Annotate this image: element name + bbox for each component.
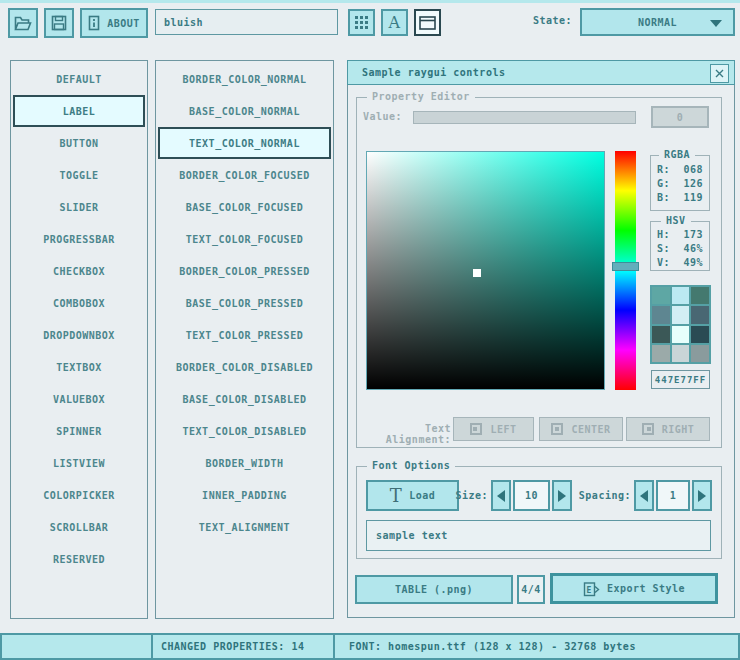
property-item-base-color-focused[interactable]: BASE_COLOR_FOCUSED <box>156 191 333 223</box>
value-button[interactable]: 0 <box>651 106 709 128</box>
color-picker-panel[interactable] <box>366 151 605 390</box>
chevron-right-icon <box>558 490 566 502</box>
sample-text-input[interactable]: sample text <box>366 520 711 551</box>
rgba-b-row: B:119 <box>651 190 709 204</box>
font-size-value: 10 <box>525 490 538 501</box>
align-left-label: LEFT <box>490 424 516 435</box>
controls-item-slider[interactable]: SLIDER <box>11 191 147 223</box>
export-style-label: Export Style <box>607 583 685 594</box>
font-load-button[interactable]: T Load <box>366 480 459 511</box>
font-load-label: Load <box>409 490 435 501</box>
rguistyler-window: { "toolbar": { "about_label": "ABOUT", "… <box>0 0 740 660</box>
swatch[interactable] <box>652 345 670 362</box>
controls-item-progressbar[interactable]: PROGRESSBAR <box>11 223 147 255</box>
align-center-icon <box>551 423 563 435</box>
controls-item-listview[interactable]: LISTVIEW <box>11 447 147 479</box>
save-style-button[interactable] <box>44 8 74 38</box>
controls-item-textbox[interactable]: TEXTBOX <box>11 351 147 383</box>
controls-item-spinner[interactable]: SPINNER <box>11 415 147 447</box>
state-dropdown-value: NORMAL <box>638 17 677 28</box>
open-style-button[interactable] <box>8 8 38 38</box>
font-atlas-button[interactable]: A <box>381 9 408 36</box>
export-style-button[interactable]: E Export Style <box>550 573 718 604</box>
controls-item-toggle[interactable]: TOGGLE <box>11 159 147 191</box>
swatch[interactable] <box>672 345 690 362</box>
controls-item-checkbox[interactable]: CHECKBOX <box>11 255 147 287</box>
property-item-text-color-pressed[interactable]: TEXT_COLOR_PRESSED <box>156 319 333 351</box>
swatch[interactable] <box>652 306 670 323</box>
align-right-button[interactable]: RIGHT <box>626 417 710 441</box>
swatch[interactable] <box>691 326 709 343</box>
about-button[interactable]: ABOUT <box>80 8 148 38</box>
rgba-g-row: G:126 <box>651 176 709 190</box>
properties-list: BORDER_COLOR_NORMAL BASE_COLOR_NORMAL TE… <box>155 60 334 619</box>
hex-value-box[interactable]: 447E77FF <box>651 370 710 389</box>
controls-item-default[interactable]: DEFAULT <box>11 63 147 95</box>
control-panel-mode-button[interactable] <box>414 9 441 36</box>
align-left-icon <box>470 423 482 435</box>
state-dropdown[interactable]: NORMAL <box>580 8 735 36</box>
swatch[interactable] <box>691 306 709 323</box>
color-picker-cursor[interactable] <box>473 269 481 277</box>
swatch[interactable] <box>672 287 690 304</box>
property-editor-group-label: Property Editor <box>367 91 475 102</box>
font-a-icon: A <box>388 13 400 32</box>
property-item-text-color-focused[interactable]: TEXT_COLOR_FOCUSED <box>156 223 333 255</box>
controls-item-label[interactable]: LABEL <box>13 95 145 127</box>
property-item-border-color-normal[interactable]: BORDER_COLOR_NORMAL <box>156 63 333 95</box>
swatch[interactable] <box>652 326 670 343</box>
hue-bar-handle[interactable] <box>612 262 639 271</box>
property-item-base-color-disabled[interactable]: BASE_COLOR_DISABLED <box>156 383 333 415</box>
align-left-button[interactable]: LEFT <box>453 417 534 441</box>
hex-value: 447E77FF <box>655 375 706 385</box>
controls-item-valuebox[interactable]: VALUEBOX <box>11 383 147 415</box>
swatch[interactable] <box>691 345 709 362</box>
controls-item-dropdownbox[interactable]: DROPDOWNBOX <box>11 319 147 351</box>
font-size-label: Size: <box>448 490 488 501</box>
folder-open-icon <box>14 16 32 31</box>
property-item-border-color-disabled[interactable]: BORDER_COLOR_DISABLED <box>156 351 333 383</box>
sample-panel-titlebar[interactable]: Sample raygui controls <box>347 60 735 85</box>
export-pages-box[interactable]: 4/4 <box>517 575 545 604</box>
controls-item-reserved[interactable]: RESERVED <box>11 543 147 575</box>
font-size-decrease-button[interactable] <box>491 480 511 511</box>
font-spacing-value: 1 <box>670 490 677 501</box>
property-item-inner-padding[interactable]: INNER_PADDING <box>156 479 333 511</box>
sample-panel-close-button[interactable] <box>710 64 729 83</box>
swatch[interactable] <box>652 287 670 304</box>
controls-list: DEFAULT LABEL BUTTON TOGGLE SLIDER PROGR… <box>10 60 148 619</box>
info-icon <box>88 15 100 31</box>
chevron-right-icon <box>698 490 706 502</box>
controls-item-combobox[interactable]: COMBOBOX <box>11 287 147 319</box>
align-center-button[interactable]: CENTER <box>539 417 623 441</box>
font-size-value-box[interactable]: 10 <box>513 480 550 511</box>
swatch[interactable] <box>672 306 690 323</box>
hsv-s-row: S:46% <box>651 241 709 255</box>
hsv-group-label: HSV <box>661 215 691 226</box>
export-format-dropdown[interactable]: TABLE (.png) <box>355 575 513 604</box>
svg-text:E: E <box>586 586 591 595</box>
value-slider[interactable] <box>413 111 636 124</box>
swatch[interactable] <box>691 287 709 304</box>
property-item-border-color-focused[interactable]: BORDER_COLOR_FOCUSED <box>156 159 333 191</box>
property-item-text-color-normal[interactable]: TEXT_COLOR_NORMAL <box>158 127 331 159</box>
property-item-text-alignment[interactable]: TEXT_ALIGNMENT <box>156 511 333 543</box>
controls-item-colorpicker[interactable]: COLORPICKER <box>11 479 147 511</box>
chevron-left-icon <box>497 490 505 502</box>
controls-item-button[interactable]: BUTTON <box>11 127 147 159</box>
font-spacing-value-box[interactable]: 1 <box>656 480 690 511</box>
hsv-group: HSV H:173 S:46% V:49% <box>650 221 710 271</box>
window-top-strip <box>0 0 740 3</box>
property-item-base-color-pressed[interactable]: BASE_COLOR_PRESSED <box>156 287 333 319</box>
controls-item-scrollbar[interactable]: SCROLLBAR <box>11 511 147 543</box>
font-spacing-decrease-button[interactable] <box>634 480 654 511</box>
swatch[interactable] <box>672 326 690 343</box>
property-item-text-color-disabled[interactable]: TEXT_COLOR_DISABLED <box>156 415 333 447</box>
font-spacing-increase-button[interactable] <box>692 480 712 511</box>
property-item-border-color-pressed[interactable]: BORDER_COLOR_PRESSED <box>156 255 333 287</box>
property-item-base-color-normal[interactable]: BASE_COLOR_NORMAL <box>156 95 333 127</box>
style-table-mode-button[interactable] <box>348 9 375 36</box>
style-name-input[interactable] <box>155 9 338 35</box>
property-item-border-width[interactable]: BORDER_WIDTH <box>156 447 333 479</box>
font-size-increase-button[interactable] <box>552 480 572 511</box>
